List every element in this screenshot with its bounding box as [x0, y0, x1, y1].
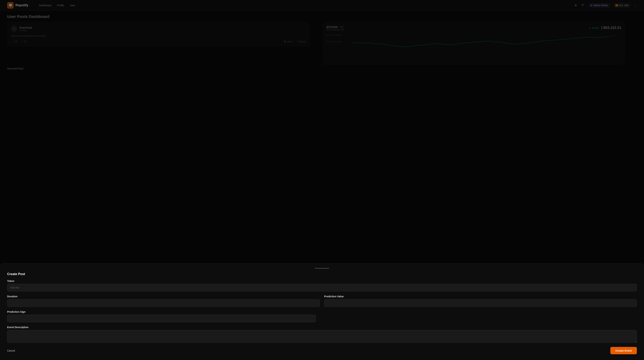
duration-col: Duration — [7, 295, 320, 307]
event-description-label: Event Description — [7, 326, 637, 329]
token-section: Token — [7, 280, 637, 292]
duration-prediction-row: Duration Prediction Value — [7, 295, 637, 307]
modal-title: Create Post — [7, 272, 637, 276]
prediction-sign-section: Prediction Sign — [7, 310, 316, 322]
token-input[interactable] — [7, 284, 637, 292]
event-description-section: Event Description — [7, 326, 637, 343]
modal-footer: Cancel Create Event — [7, 347, 637, 354]
token-label: Token — [7, 280, 637, 282]
prediction-sign-label: Prediction Sign — [7, 310, 316, 313]
prediction-value-input[interactable] — [324, 299, 637, 307]
create-event-button[interactable]: Create Event — [610, 347, 637, 354]
event-description-textarea[interactable] — [7, 330, 637, 343]
duration-label: Duration — [7, 295, 320, 298]
prediction-value-col: Prediction Value — [324, 295, 637, 307]
cancel-button[interactable]: Cancel — [7, 348, 15, 354]
duration-input[interactable] — [7, 299, 320, 307]
modal-handle[interactable] — [315, 268, 329, 269]
prediction-value-label: Prediction Value — [324, 295, 637, 298]
prediction-sign-input[interactable] — [7, 315, 316, 322]
create-post-modal: Create Post Token Duration Prediction Va… — [0, 264, 644, 360]
